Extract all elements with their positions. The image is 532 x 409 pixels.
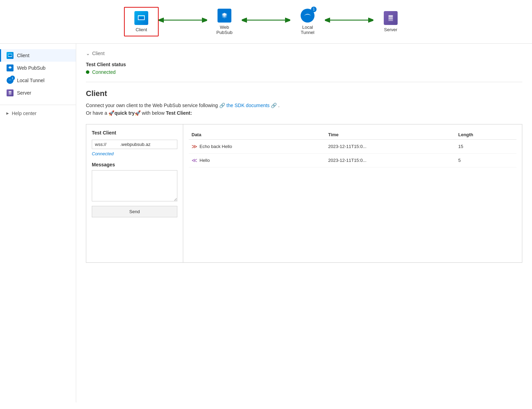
sidebar: Client Web PubSub 1 Local bbox=[0, 44, 76, 402]
page-title: Client bbox=[86, 89, 522, 98]
svg-point-5 bbox=[303, 13, 312, 18]
sidebar-help-label: Help center bbox=[12, 111, 37, 116]
svg-rect-13 bbox=[8, 54, 12, 55]
diagram-arrow-2 bbox=[242, 17, 290, 27]
diagram-webpubsub-label: WebPubSub bbox=[216, 25, 232, 35]
sidebar-server-label: Server bbox=[17, 90, 31, 96]
server-icon bbox=[384, 11, 398, 25]
send-button[interactable]: Send bbox=[92, 206, 177, 217]
sidebar-item-localtunnel[interactable]: 1 Local Tunnel bbox=[0, 74, 76, 87]
sidebar-localtunnel-badge: 1 bbox=[10, 76, 15, 80]
data-cell-0: ≫ Echo back Hello bbox=[189, 139, 325, 153]
topology-diagram: Client WebPubSub bbox=[0, 0, 532, 44]
page-desc-prefix: Connect your own client to the Web PubSu… bbox=[86, 103, 218, 108]
sdk-documents-link[interactable]: the SDK documents bbox=[227, 103, 270, 108]
sidebar-localtunnel-label: Local Tunnel bbox=[17, 78, 44, 83]
status-label: Test Client status bbox=[86, 62, 522, 67]
svg-rect-16 bbox=[9, 91, 11, 92]
test-client-label: Test Client: bbox=[166, 110, 192, 116]
status-row: Connected bbox=[86, 69, 522, 75]
table-row[interactable]: ≪ Hello 2023-12-11T15:0... 5 bbox=[189, 153, 516, 167]
messages-label: Messages bbox=[92, 162, 177, 167]
sidebar-item-client[interactable]: Client bbox=[0, 49, 76, 62]
sidebar-webpubsub-icon bbox=[7, 64, 14, 71]
page-description: Connect your own client to the Web PubSu… bbox=[86, 102, 522, 117]
diagram-localtunnel-label: LocalTunnel bbox=[301, 25, 314, 35]
content-area: ⌄ Client Test Client status Connected Cl… bbox=[76, 44, 532, 402]
down-icon: ≫ bbox=[192, 143, 197, 150]
svg-rect-8 bbox=[389, 15, 393, 17]
col-length: Length bbox=[455, 130, 516, 140]
localtunnel-badge: 1 bbox=[311, 7, 317, 12]
svg-rect-18 bbox=[9, 94, 11, 95]
col-time: Time bbox=[325, 130, 455, 140]
left-panel-title: Test Client bbox=[92, 130, 177, 136]
diagram-node-client[interactable]: Client bbox=[124, 7, 159, 36]
right-panel: Data Time Length ≫ Echo back Hello 2023-… bbox=[183, 124, 522, 262]
diagram-arrow-3 bbox=[325, 17, 373, 27]
quick-try-text: quick try bbox=[114, 110, 134, 116]
sidebar-server-icon bbox=[7, 89, 14, 96]
diagram-node-localtunnel[interactable]: 1 LocalTunnel bbox=[290, 9, 325, 35]
svg-rect-2 bbox=[139, 16, 144, 17]
wss-input[interactable] bbox=[92, 140, 177, 149]
client-icon bbox=[134, 11, 148, 25]
data-cell-1: ≪ Hello bbox=[189, 153, 325, 167]
left-panel-connected: Connected bbox=[92, 151, 177, 156]
svg-rect-9 bbox=[389, 17, 393, 19]
length-cell-0: 15 bbox=[455, 139, 516, 153]
section-header-label: Client bbox=[92, 51, 105, 56]
client-panels: Test Client Connected Messages Send Data… bbox=[86, 124, 522, 263]
page-desc-middle: . bbox=[278, 103, 280, 108]
left-panel: Test Client Connected Messages Send bbox=[86, 124, 183, 262]
diagram-node-server[interactable]: Server bbox=[373, 11, 408, 32]
data-value-1: Hello bbox=[200, 158, 210, 163]
time-cell-0: 2023-12-11T15:0... bbox=[325, 139, 455, 153]
status-dot bbox=[86, 70, 89, 74]
data-table: Data Time Length ≫ Echo back Hello 2023-… bbox=[189, 130, 516, 167]
section-header[interactable]: ⌄ Client bbox=[86, 51, 522, 56]
status-section: Test Client status Connected bbox=[86, 62, 522, 82]
sidebar-client-icon bbox=[7, 52, 14, 59]
up-icon: ≪ bbox=[192, 157, 197, 164]
sidebar-webpubsub-label: Web PubSub bbox=[17, 65, 45, 71]
help-chevron-icon: ► bbox=[6, 111, 10, 116]
messages-textarea[interactable] bbox=[92, 170, 177, 201]
status-value: Connected bbox=[92, 69, 116, 75]
main-layout: Client Web PubSub 1 Local bbox=[0, 44, 532, 402]
section-collapse-icon: ⌄ bbox=[86, 51, 90, 56]
sidebar-help-center[interactable]: ► Help center bbox=[0, 108, 76, 119]
sidebar-item-webpubsub[interactable]: Web PubSub bbox=[0, 62, 76, 74]
data-value-0: Echo back Hello bbox=[200, 144, 232, 149]
webpubsub-icon bbox=[218, 9, 231, 23]
sidebar-client-label: Client bbox=[17, 53, 29, 58]
diagram-node-webpubsub[interactable]: WebPubSub bbox=[207, 9, 242, 35]
sidebar-item-server[interactable]: Server bbox=[0, 87, 76, 99]
svg-rect-17 bbox=[9, 93, 11, 94]
col-data: Data bbox=[189, 130, 325, 140]
table-header-row: Data Time Length bbox=[189, 130, 516, 140]
page-desc-link-icon-left: 🔗 bbox=[219, 103, 225, 108]
length-cell-1: 5 bbox=[455, 153, 516, 167]
svg-rect-10 bbox=[389, 19, 393, 21]
diagram-arrow-1 bbox=[159, 17, 207, 27]
page-desc-link-icon-right: 🔗 bbox=[271, 103, 277, 108]
table-row[interactable]: ≫ Echo back Hello 2023-12-11T15:0... 15 bbox=[189, 139, 516, 153]
time-cell-1: 2023-12-11T15:0... bbox=[325, 153, 455, 167]
diagram-server-label: Server bbox=[384, 27, 397, 32]
diagram-client-label: Client bbox=[135, 27, 147, 32]
page-desc-or: Or have a 🚀quick try🚀 with below Test Cl… bbox=[86, 110, 192, 116]
